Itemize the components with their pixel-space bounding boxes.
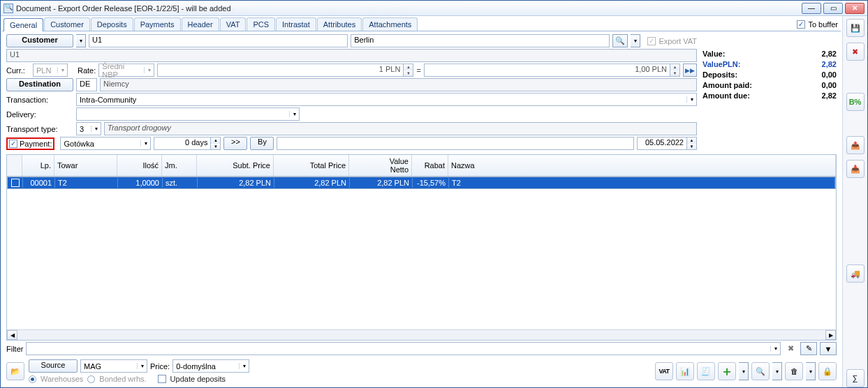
tab-header[interactable]: Header bbox=[182, 17, 219, 31]
col-total[interactable]: Total Price bbox=[274, 155, 349, 176]
valuepln-amount: 2,82 bbox=[822, 60, 837, 68]
rate-select: Średni NBP▾ bbox=[98, 64, 154, 77]
vat-button[interactable]: VAT bbox=[655, 362, 673, 380]
close-button[interactable]: ✕ bbox=[845, 3, 865, 14]
filter-edit-button[interactable]: ✎ bbox=[800, 342, 817, 355]
date-input[interactable]: 05.05.2022▲▼ bbox=[637, 137, 697, 150]
col-rabat[interactable]: Rabat bbox=[412, 155, 448, 176]
trash-icon: 🗑 bbox=[790, 367, 798, 375]
document-window: Document - Export Order Release [EOR-1/2… bbox=[0, 0, 868, 388]
destination-button[interactable]: Destination bbox=[6, 78, 73, 91]
folder-icon: 📂 bbox=[10, 367, 20, 376]
amount-paid-label: Amount paid: bbox=[703, 81, 752, 89]
scroll-right-icon[interactable]: ▶ bbox=[825, 330, 836, 340]
col-lp[interactable]: Lp. bbox=[22, 155, 54, 176]
import-button[interactable]: 📥 bbox=[846, 160, 865, 178]
delete-button[interactable]: 🗑 bbox=[785, 362, 803, 380]
customer-search-button[interactable]: 🔍 bbox=[612, 34, 628, 47]
tab-attachments[interactable]: Attachments bbox=[362, 17, 418, 31]
scroll-left-icon[interactable]: ◀ bbox=[7, 330, 17, 340]
chart-button[interactable]: 📊 bbox=[676, 362, 694, 380]
tab-customer[interactable]: Customer bbox=[44, 17, 90, 31]
filter-select[interactable]: ▾ bbox=[26, 342, 781, 355]
tab-general[interactable]: General bbox=[3, 18, 43, 31]
col-towar[interactable]: Towar bbox=[54, 155, 117, 176]
col-subt[interactable]: Subt. Price bbox=[197, 155, 274, 176]
calculator-icon: ∑ bbox=[853, 374, 858, 382]
destination-code-input[interactable]: DE bbox=[76, 78, 97, 91]
tab-payments[interactable]: Payments bbox=[134, 17, 181, 31]
deposits-amount: 0,00 bbox=[822, 70, 837, 79]
price-label: Price: bbox=[150, 362, 170, 371]
transaction-select[interactable]: Intra-Community▾ bbox=[76, 93, 697, 106]
by-input[interactable] bbox=[277, 137, 634, 150]
source-pick-button[interactable]: 📂 bbox=[6, 362, 24, 380]
lock-icon: 🔒 bbox=[823, 367, 832, 376]
delete-dropdown-icon[interactable]: ▾ bbox=[806, 362, 816, 380]
row-checkbox[interactable] bbox=[11, 179, 20, 187]
col-ilosc[interactable]: Ilość bbox=[117, 155, 162, 176]
horizontal-scrollbar[interactable]: ◀ ▶ bbox=[7, 329, 836, 340]
properties-button[interactable]: 🧾 bbox=[697, 362, 715, 380]
rate-go-button[interactable]: ▶▶ bbox=[683, 64, 697, 77]
filter-apply-button[interactable]: ▼ bbox=[820, 342, 837, 355]
chevron-down-icon: ▾ bbox=[140, 140, 150, 147]
payment-checkbox[interactable]: ✓ bbox=[9, 140, 17, 148]
col-nazwa[interactable]: Nazwa bbox=[448, 155, 836, 176]
summary-button[interactable]: 🚚 bbox=[846, 264, 865, 283]
search-icon: 🔍 bbox=[615, 36, 625, 45]
maximize-button[interactable]: ▭ bbox=[823, 3, 843, 14]
col-value-netto[interactable]: ValueNetto bbox=[349, 155, 412, 176]
convert-button[interactable]: B% bbox=[846, 93, 865, 111]
to-buffer-checkbox[interactable]: ✓ bbox=[797, 20, 805, 29]
document-search-icon bbox=[3, 3, 13, 13]
totals-panel: Value:2,82 ValuePLN:2,82 Deposits:0,00 A… bbox=[697, 34, 837, 150]
items-grid: Lp. Towar Ilość Jm. Subt. Price Total Pr… bbox=[6, 154, 837, 341]
chevron-down-icon: ▾ bbox=[91, 126, 101, 132]
customer-code-input[interactable]: U1 bbox=[89, 34, 348, 47]
value-label: Value: bbox=[703, 50, 725, 58]
source-button[interactable]: Source bbox=[29, 359, 78, 373]
price-select[interactable]: 0-domyślna▾ bbox=[172, 359, 249, 373]
customer-dropdown-icon[interactable]: ▾ bbox=[76, 34, 86, 47]
add-dropdown-icon[interactable]: ▾ bbox=[739, 362, 749, 380]
transport-name-input: Transport drogowy bbox=[104, 122, 697, 135]
calculator-button[interactable]: ∑ bbox=[846, 369, 865, 387]
payment-select[interactable]: Gotówka▾ bbox=[60, 137, 151, 150]
export-icon: 📤 bbox=[851, 141, 860, 150]
amount-due-label: Amount due: bbox=[703, 91, 750, 100]
delivery-label: Delivery: bbox=[6, 110, 73, 119]
save-button[interactable]: 💾 bbox=[846, 19, 865, 37]
search-dropdown-icon[interactable]: ▾ bbox=[772, 362, 782, 380]
by-button[interactable]: By bbox=[250, 137, 274, 150]
minimize-button[interactable]: — bbox=[802, 3, 821, 14]
forward-button[interactable]: >> bbox=[223, 137, 247, 150]
tab-pcs[interactable]: PCS bbox=[247, 17, 275, 31]
table-row[interactable]: 00001 T2 1,0000 szt. 2,82 PLN 2,82 PLN 2… bbox=[7, 177, 836, 189]
transport-select[interactable]: 3▾ bbox=[76, 122, 101, 135]
customer-city-input[interactable]: Berlin bbox=[351, 34, 610, 47]
tab-vat[interactable]: VAT bbox=[220, 17, 247, 31]
export-button[interactable]: 📤 bbox=[846, 136, 865, 154]
customer-search-dropdown-icon[interactable]: ▾ bbox=[631, 34, 640, 47]
update-deposits-checkbox[interactable]: ✓ bbox=[158, 375, 166, 383]
bonded-radio bbox=[87, 375, 95, 383]
cancel-button[interactable]: ✖ bbox=[846, 43, 865, 61]
days-input[interactable]: 0 days▲▼ bbox=[154, 137, 221, 150]
tab-intrastat[interactable]: Intrastat bbox=[276, 17, 316, 31]
valuepln-label: ValuePLN: bbox=[703, 60, 740, 68]
transaction-label: Transaction: bbox=[6, 96, 73, 104]
search-button[interactable]: 🔍 bbox=[751, 362, 770, 380]
truck-icon: 🚚 bbox=[851, 269, 860, 278]
tab-attributes[interactable]: Attributes bbox=[317, 17, 362, 31]
deposits-label: Deposits: bbox=[703, 70, 737, 79]
col-jm[interactable]: Jm. bbox=[162, 155, 197, 176]
source-select[interactable]: MAG▾ bbox=[80, 359, 147, 373]
filter-clear-button[interactable]: ✖ bbox=[784, 342, 797, 355]
add-button[interactable]: ＋ bbox=[718, 362, 736, 380]
rate-amount-input: 1,00 PLN▲▼ bbox=[424, 64, 680, 77]
tab-deposits[interactable]: Deposits bbox=[91, 17, 133, 31]
chevron-down-icon: ▾ bbox=[57, 67, 67, 73]
customer-button[interactable]: Customer bbox=[6, 34, 73, 47]
delivery-select[interactable]: ▾ bbox=[76, 107, 300, 121]
